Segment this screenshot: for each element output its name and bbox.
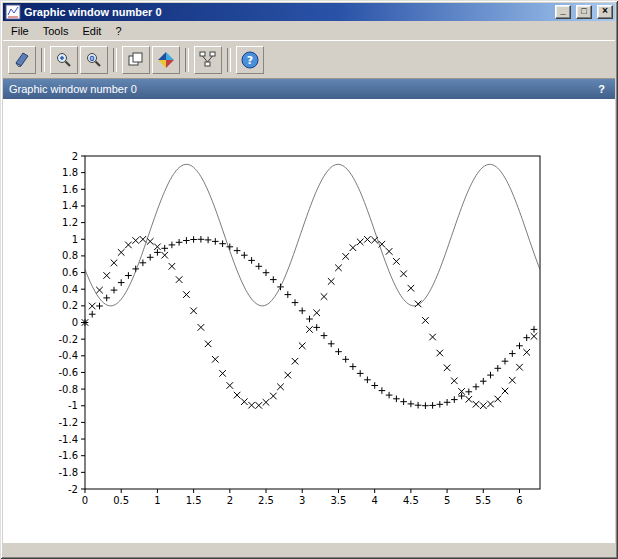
svg-text:3.5: 3.5: [331, 495, 347, 506]
svg-text:1.4: 1.4: [62, 200, 78, 211]
svg-text:-0.4: -0.4: [58, 350, 78, 361]
title-bar[interactable]: Graphic window number 0 _ □ ×: [3, 3, 615, 21]
ged-button[interactable]: [194, 46, 222, 74]
svg-text:-1: -1: [68, 400, 78, 411]
svg-text:2: 2: [227, 495, 233, 506]
menu-bar: File Tools Edit ?: [3, 21, 615, 40]
svg-text:3: 3: [299, 495, 305, 506]
svg-text:1: 1: [72, 234, 78, 245]
svg-text:0.8: 0.8: [62, 250, 78, 261]
menu-tools[interactable]: Tools: [36, 23, 76, 39]
menu-edit[interactable]: Edit: [75, 23, 108, 39]
svg-text:4: 4: [371, 495, 377, 506]
rotate-3d-button[interactable]: [152, 46, 180, 74]
svg-text:2: 2: [72, 151, 78, 162]
plot-canvas[interactable]: 00.511.522.533.544.555.5621.81.61.41.210…: [3, 99, 615, 543]
svg-text:5.5: 5.5: [475, 495, 491, 506]
plot-svg: 00.511.522.533.544.555.5621.81.61.41.210…: [3, 99, 613, 543]
toolbar-separator: [113, 48, 117, 72]
zoom-out-icon: 0: [84, 50, 104, 70]
svg-text:-1.6: -1.6: [58, 450, 78, 461]
toolbar: 0: [3, 40, 615, 79]
svg-text:4.5: 4.5: [403, 495, 419, 506]
graphic-window: Graphic window number 0 _ □ × File Tools…: [0, 0, 618, 559]
svg-text:1.8: 1.8: [62, 167, 78, 178]
rotate-3d-icon: [156, 50, 176, 70]
svg-text:5: 5: [444, 495, 450, 506]
svg-text:0.2: 0.2: [62, 300, 78, 311]
svg-text:0: 0: [90, 54, 95, 62]
svg-text:1.2: 1.2: [62, 217, 78, 228]
minimize-button[interactable]: _: [555, 5, 571, 19]
window-title: Graphic window number 0: [24, 6, 550, 18]
svg-text:-1.4: -1.4: [58, 434, 78, 445]
original-view-icon: [126, 50, 146, 70]
svg-text:?: ?: [247, 54, 253, 67]
help-icon: ?: [240, 50, 260, 70]
menu-file[interactable]: File: [4, 23, 36, 39]
app-icon: [5, 4, 21, 20]
zoom-out-button[interactable]: 0: [80, 46, 108, 74]
svg-text:-0.8: -0.8: [58, 384, 78, 395]
svg-text:6: 6: [516, 495, 522, 506]
dock-help-button[interactable]: ?: [594, 83, 609, 95]
svg-text:-0.6: -0.6: [58, 367, 78, 378]
close-button[interactable]: ×: [597, 5, 613, 19]
svg-text:-0.2: -0.2: [58, 334, 78, 345]
svg-text:-1.8: -1.8: [58, 467, 78, 478]
svg-text:1.6: 1.6: [62, 184, 78, 195]
zoom-in-button[interactable]: [50, 46, 78, 74]
original-view-button[interactable]: [122, 46, 150, 74]
toolbar-separator: [227, 48, 231, 72]
app-icon-graphic: [5, 4, 21, 20]
svg-text:-2: -2: [68, 484, 78, 495]
dock-title: Graphic window number 0: [9, 83, 594, 95]
maximize-button[interactable]: □: [576, 5, 592, 19]
export-icon: [12, 50, 32, 70]
export-button[interactable]: [8, 46, 36, 74]
help-button[interactable]: ?: [236, 46, 264, 74]
toolbar-separator: [41, 48, 45, 72]
svg-text:0.6: 0.6: [62, 267, 78, 278]
menu-help[interactable]: ?: [108, 23, 128, 39]
svg-text:0: 0: [72, 317, 78, 328]
ged-icon: [198, 50, 218, 70]
svg-text:0.4: 0.4: [62, 284, 78, 295]
zoom-in-icon: [54, 50, 74, 70]
svg-text:-1.2: -1.2: [58, 417, 78, 428]
dock-title-bar[interactable]: Graphic window number 0 ?: [3, 79, 615, 99]
svg-text:0: 0: [82, 495, 88, 506]
svg-text:1.5: 1.5: [186, 495, 202, 506]
toolbar-separator: [185, 48, 189, 72]
svg-text:1: 1: [154, 495, 160, 506]
svg-text:2.5: 2.5: [258, 495, 274, 506]
svg-text:0.5: 0.5: [113, 495, 129, 506]
